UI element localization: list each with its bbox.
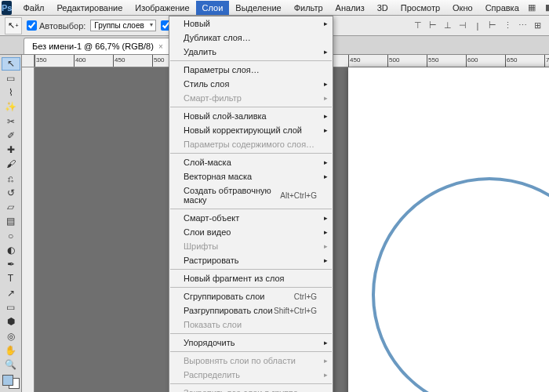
menu-image[interactable]: Изображение [129,1,195,15]
menu-clip-mask[interactable]: Создать обтравочную маскуAlt+Ctrl+G [169,183,333,207]
ruler-vertical [22,67,35,392]
toolbox: ↖ ▭ ⌇ ✨ ✂ ✐ ✚ 🖌 ⎌ ↺ ▱ ▤ ○ ◐ ✒ T ↗ ▭ ⬢ ◎ … [0,55,22,392]
shape-tool[interactable]: ▭ [2,301,20,314]
app-logo: Ps [2,1,12,15]
bridge-icon[interactable]: ◧ [543,2,549,14]
ruler-corner [22,55,35,67]
menu-3d[interactable]: 3D [371,1,394,15]
menu-help[interactable]: Справка [479,1,525,15]
menu-video-layers[interactable]: Слои видео [169,225,333,239]
lasso-tool[interactable]: ⌇ [2,86,20,99]
brush-tool[interactable]: 🖌 [2,158,20,170]
3d-tool[interactable]: ⬢ [2,315,20,328]
menu-align-area[interactable]: Выровнять слои по области [169,354,333,368]
menu-select[interactable]: Выделение [229,1,287,15]
distribute-h-icon[interactable]: ⋮ [500,19,514,33]
align-vcenter-icon[interactable]: ⊢ [426,19,440,33]
3d-camera-tool[interactable]: ◎ [2,329,20,342]
marquee-tool[interactable]: ▭ [2,72,20,85]
menu-new-layer[interactable]: Новый [169,16,333,31]
path-tool[interactable]: ↗ [2,287,20,299]
menu-fonts[interactable]: Шрифты [169,239,333,253]
menu-content-params[interactable]: Параметры содержимого слоя… [169,137,333,151]
menu-edit[interactable]: Редактирование [51,1,129,15]
menu-rasterize[interactable]: Растрировать [169,253,333,267]
menu-view[interactable]: Просмотр [394,1,446,15]
color-swatch[interactable] [2,375,20,389]
menu-layer[interactable]: Слои [196,1,230,15]
menu-lock-all[interactable]: Закрепить все слои в группе… [169,386,333,392]
menu-delete-layer[interactable]: Удалить [169,45,333,59]
blur-tool[interactable]: ○ [2,230,20,242]
history-brush-tool[interactable]: ↺ [2,187,20,199]
close-icon[interactable]: × [158,42,163,51]
hand-tool[interactable]: ✋ [2,344,20,357]
menu-filter[interactable]: Фильтр [288,1,329,15]
workspace-icon[interactable]: ▦ [525,2,538,14]
eraser-tool[interactable]: ▱ [2,201,20,213]
menu-duplicate-layer[interactable]: Дубликат слоя… [169,31,333,45]
menu-ungroup[interactable]: Разгруппировать слоиShift+Ctrl+G [169,303,333,318]
move-tool-preset[interactable]: ↖+ [5,17,22,34]
gradient-tool[interactable]: ▤ [2,215,20,227]
dodge-tool[interactable]: ◐ [2,244,20,256]
menu-layer-params[interactable]: Параметры слоя… [169,63,333,77]
eyedropper-tool[interactable]: ✐ [2,129,20,142]
zoom-tool[interactable]: 🔍 [2,358,20,371]
menu-group[interactable]: Сгруппировать слоиCtrl+G [169,289,333,303]
align-right-icon[interactable]: ⊢ [485,19,500,33]
align-bottom-icon[interactable]: ⊥ [441,19,455,33]
layer-menu-dropdown: Новый Дубликат слоя… Удалить Параметры с… [169,16,333,392]
menu-new-fragment[interactable]: Новый фрагмент из слоя [169,271,333,285]
auto-select-check[interactable]: Автовыбор: [27,20,85,31]
auto-align-icon[interactable]: ⊞ [530,19,544,33]
menu-show-layers[interactable]: Показать слои [169,318,333,332]
crop-tool[interactable]: ✂ [2,114,20,127]
align-top-icon[interactable]: ⊤ [411,19,425,33]
menu-smart-filter[interactable]: Смарт-фильтр [169,91,333,105]
align-hcenter-icon[interactable]: | [471,19,485,33]
menu-distribute[interactable]: Распределить [169,368,333,382]
wand-tool[interactable]: ✨ [2,100,20,113]
menu-analysis[interactable]: Анализ [329,1,371,15]
type-tool[interactable]: T [2,272,20,285]
menu-arrange[interactable]: Упорядочить [169,336,333,350]
menu-layer-mask[interactable]: Слой-маска [169,155,333,169]
align-left-icon[interactable]: ⊣ [456,19,470,33]
menu-layer-style[interactable]: Стиль слоя [169,77,333,91]
menubar: Ps Файл Редактирование Изображение Слои … [0,0,549,16]
menu-new-adjust[interactable]: Новый корректирующий слой [169,123,333,137]
auto-select-mode[interactable]: Группы слоев [90,20,155,31]
tab-doc1[interactable]: Без имени-1 @ 66,7% (RGB/8)× [24,38,172,54]
heal-tool[interactable]: ✚ [2,143,20,156]
menu-file[interactable]: Файл [16,1,50,15]
menu-vector-mask[interactable]: Векторная маска [169,169,333,183]
pen-tool[interactable]: ✒ [2,258,20,270]
menu-new-fill[interactable]: Новый слой-заливка [169,109,333,123]
stamp-tool[interactable]: ⎌ [2,172,20,185]
menu-window[interactable]: Окно [446,1,479,15]
distribute-v-icon[interactable]: ⋯ [515,19,529,33]
move-tool[interactable]: ↖ [2,57,20,71]
menu-smart-object[interactable]: Смарт-объект [169,211,333,225]
